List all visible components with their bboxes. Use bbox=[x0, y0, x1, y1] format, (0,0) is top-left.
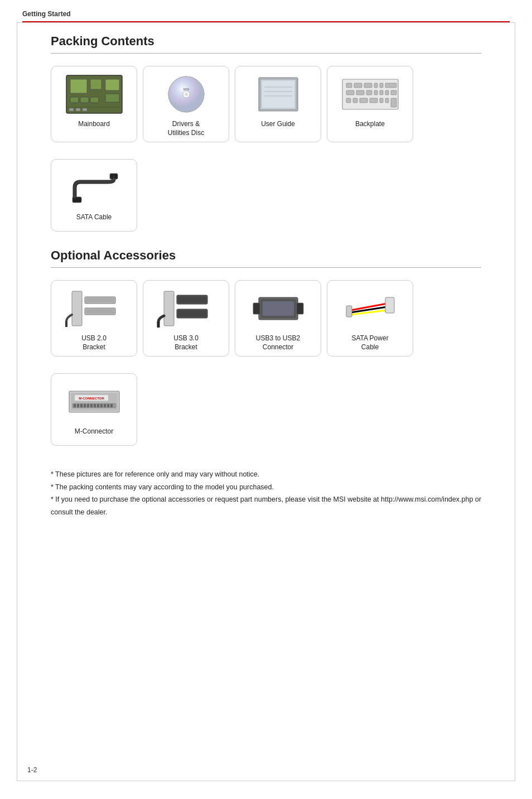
svg-rect-41 bbox=[380, 98, 383, 103]
svg-rect-26 bbox=[364, 83, 372, 88]
svg-rect-35 bbox=[385, 90, 389, 95]
userguide-label: User Guide bbox=[261, 120, 295, 129]
svg-rect-79 bbox=[97, 404, 99, 407]
svg-rect-60 bbox=[263, 301, 294, 316]
page-header: Getting Started bbox=[0, 0, 532, 21]
svg-point-15 bbox=[185, 93, 188, 96]
item-usb3tousb2: USB3 to USB2Connector bbox=[235, 280, 321, 357]
svg-rect-33 bbox=[374, 90, 378, 95]
section-label: Getting Started bbox=[22, 10, 71, 18]
svg-rect-24 bbox=[346, 83, 352, 88]
svg-rect-25 bbox=[354, 83, 362, 88]
packing-contents-section: Packing Contents bbox=[51, 34, 481, 232]
satacable-label: SATA Cable bbox=[76, 213, 112, 222]
svg-rect-53 bbox=[178, 296, 206, 303]
svg-rect-36 bbox=[391, 90, 396, 95]
svg-rect-39 bbox=[360, 98, 367, 103]
disc-label: Drivers &Utilities Disc bbox=[168, 120, 204, 137]
notes-section: * These pictures are for reference only … bbox=[51, 468, 481, 518]
svg-rect-55 bbox=[178, 310, 206, 317]
svg-rect-11 bbox=[83, 108, 87, 111]
disc-image: MSI bbox=[156, 72, 217, 117]
svg-rect-7 bbox=[105, 94, 119, 102]
main-content: Packing Contents bbox=[17, 22, 515, 781]
optional-title: Optional Accessories bbox=[51, 248, 481, 263]
svg-rect-77 bbox=[90, 404, 93, 407]
usb20bracket-image bbox=[64, 286, 125, 331]
svg-rect-75 bbox=[84, 404, 86, 407]
item-usb20bracket: USB 2.0Bracket bbox=[51, 280, 137, 357]
svg-rect-44 bbox=[72, 197, 81, 203]
svg-rect-40 bbox=[370, 98, 378, 103]
packing-items-grid: Mainboard bbox=[51, 66, 481, 142]
backplate-image bbox=[340, 72, 401, 117]
mainboard-image bbox=[64, 72, 125, 117]
svg-rect-51 bbox=[164, 291, 174, 326]
svg-rect-81 bbox=[104, 404, 106, 407]
svg-rect-28 bbox=[380, 83, 383, 88]
svg-rect-4 bbox=[80, 97, 89, 103]
userguide-image bbox=[248, 72, 309, 117]
svg-rect-30 bbox=[346, 90, 354, 95]
satapowercable-label: SATA PowerCable bbox=[351, 334, 388, 352]
svg-rect-48 bbox=[86, 298, 114, 302]
usb30bracket-image bbox=[156, 286, 217, 331]
usb3tousb2-label: USB3 to USB2Connector bbox=[256, 334, 300, 352]
item-userguide: User Guide bbox=[235, 66, 321, 142]
svg-rect-29 bbox=[385, 83, 396, 88]
svg-rect-73 bbox=[77, 404, 79, 407]
svg-rect-42 bbox=[385, 98, 389, 103]
svg-rect-65 bbox=[385, 297, 394, 313]
svg-rect-78 bbox=[94, 404, 96, 407]
optional-items-row2: M-CONNECTOR bbox=[51, 373, 481, 446]
svg-rect-46 bbox=[72, 291, 82, 326]
item-mconnector: M-CONNECTOR bbox=[51, 373, 137, 446]
usb3tousb2-image bbox=[248, 286, 309, 331]
mconnector-image: M-CONNECTOR bbox=[64, 379, 125, 424]
item-usb30bracket: USB 3.0Bracket bbox=[143, 280, 229, 357]
svg-rect-10 bbox=[76, 108, 80, 111]
packing-contents-title: Packing Contents bbox=[51, 34, 481, 49]
satapowercable-image bbox=[340, 286, 401, 331]
svg-rect-83 bbox=[110, 404, 113, 407]
optional-accessories-section: Optional Accessories bbox=[51, 248, 481, 446]
backplate-label: Backplate bbox=[355, 120, 385, 129]
svg-rect-38 bbox=[353, 98, 357, 103]
usb30bracket-label: USB 3.0Bracket bbox=[173, 334, 199, 352]
svg-rect-37 bbox=[346, 98, 351, 103]
item-backplate: Backplate bbox=[327, 66, 413, 142]
svg-rect-59 bbox=[297, 303, 303, 314]
svg-text:M-CONNECTOR: M-CONNECTOR bbox=[79, 397, 104, 400]
svg-rect-34 bbox=[380, 90, 383, 95]
svg-rect-82 bbox=[107, 404, 109, 407]
svg-rect-58 bbox=[253, 303, 260, 314]
item-mainboard: Mainboard bbox=[51, 66, 137, 142]
svg-rect-66 bbox=[346, 306, 352, 317]
svg-rect-43 bbox=[391, 98, 396, 107]
packing-items-row2: SATA Cable bbox=[51, 159, 481, 232]
svg-rect-2 bbox=[90, 79, 101, 89]
svg-rect-19 bbox=[262, 81, 294, 108]
svg-rect-80 bbox=[100, 404, 103, 407]
note-1: * These pictures are for reference only … bbox=[51, 468, 481, 481]
svg-rect-74 bbox=[80, 404, 83, 407]
packing-divider bbox=[51, 53, 481, 54]
svg-rect-50 bbox=[86, 309, 114, 314]
item-satacable: SATA Cable bbox=[51, 159, 137, 232]
svg-rect-72 bbox=[74, 404, 76, 407]
item-disc: MSI Drivers &Utilities Disc bbox=[143, 66, 229, 142]
svg-rect-76 bbox=[87, 404, 89, 407]
item-satapowercable: SATA PowerCable bbox=[327, 280, 413, 357]
svg-rect-32 bbox=[366, 90, 372, 95]
svg-rect-1 bbox=[70, 79, 87, 93]
svg-rect-5 bbox=[90, 97, 99, 103]
svg-rect-6 bbox=[105, 79, 119, 90]
mconnector-label: M-Connector bbox=[75, 427, 113, 436]
note-3: * If you need to purchase the optional a… bbox=[51, 493, 481, 518]
svg-rect-27 bbox=[374, 83, 378, 88]
svg-rect-31 bbox=[356, 90, 364, 95]
svg-rect-3 bbox=[70, 97, 79, 103]
usb20bracket-label: USB 2.0Bracket bbox=[81, 334, 107, 352]
svg-rect-9 bbox=[69, 108, 74, 111]
satacable-image bbox=[64, 165, 125, 210]
